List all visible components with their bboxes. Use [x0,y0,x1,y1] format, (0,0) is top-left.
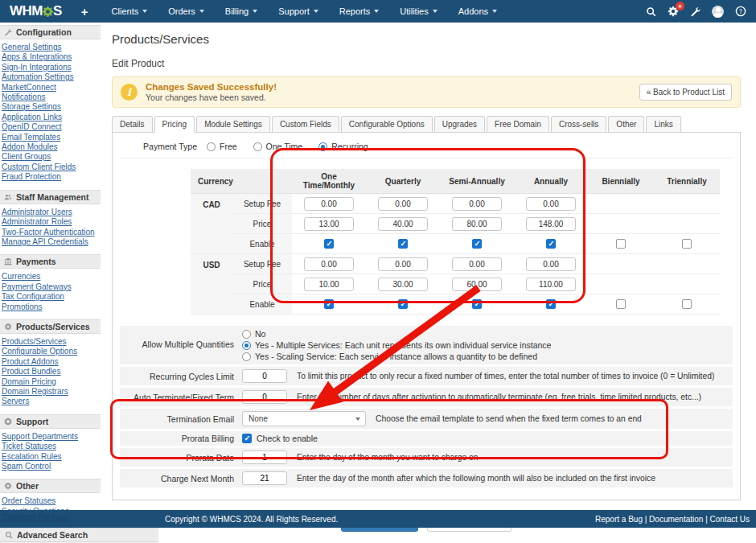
enable-checkbox[interactable] [682,239,692,249]
radio-icon[interactable] [242,330,251,339]
sidebar-link[interactable]: Email Templates [2,133,101,142]
tab[interactable]: Pricing [154,116,195,133]
sidebar-link[interactable]: General Settings [2,43,101,52]
sidebar-link[interactable]: Product Bundles [2,367,101,376]
navbar-menu-item[interactable]: Reports [329,6,390,16]
sidebar-link[interactable]: Product Addons [2,357,101,367]
sidebar-link[interactable]: Products/Services [2,337,101,347]
footer-link[interactable]: Contact Us [710,515,750,524]
sidebar-section-configuration[interactable]: Configuration [0,25,101,39]
price-input[interactable] [378,278,428,291]
sidebar-link[interactable]: Custom Client Fields [2,162,101,172]
sidebar-link[interactable]: Payment Gateways [2,282,101,292]
sidebar-link-database-backups[interactable]: Database Backups [2,512,69,521]
navbar-menu-item[interactable]: Clients [101,6,158,16]
charge-next-month-input[interactable] [242,471,287,485]
quick-add-button[interactable]: + [81,5,88,19]
prorata-billing-toggle[interactable]: Check to enable [242,434,318,443]
footer-link[interactable]: Report a Bug [595,515,649,524]
tab[interactable]: Cross-sells [551,116,606,132]
tab[interactable]: Links [646,116,680,132]
sidebar-link[interactable]: Addon Modules [2,142,101,152]
sidebar-section-payments[interactable]: Payments [0,254,101,269]
sidebar-link[interactable]: Administrator Users [2,208,101,217]
tab[interactable]: Custom Fields [272,116,339,132]
price-input[interactable] [452,217,502,231]
notifications-gear-icon[interactable]: ✕ [668,6,679,17]
enable-checkbox[interactable] [682,299,692,309]
enable-checkbox[interactable] [472,239,482,249]
sidebar-link[interactable]: Tax Configuration [2,292,101,302]
sidebar-link[interactable]: Automation Settings [2,72,101,82]
enable-checkbox[interactable] [616,299,626,309]
sidebar-link[interactable]: Two-Factor Authentication [2,228,101,237]
sidebar-link[interactable]: Support Departments [2,432,101,442]
sidebar-section-staff-management[interactable]: Staff Management [0,190,101,204]
search-icon[interactable] [646,6,656,17]
setup-fee-input[interactable] [378,197,428,211]
amq-option-no[interactable]: No [242,329,551,339]
payment-type-option-free[interactable]: Free [207,142,237,151]
sidebar-link[interactable]: Sign-In Integrations [2,63,101,72]
enable-checkbox[interactable] [616,239,626,249]
sidebar-link[interactable]: Client Groups [2,152,101,162]
enable-checkbox[interactable] [546,299,556,309]
enable-checkbox[interactable] [398,299,408,309]
sidebar-link[interactable]: Manage API Credentials [2,237,101,247]
radio-icon[interactable] [207,142,216,151]
user-avatar-icon[interactable] [712,6,724,18]
price-input[interactable] [304,217,354,231]
whmcs-logo[interactable]: WHM S [10,3,62,19]
navbar-menu-item[interactable]: Addons [448,6,507,16]
navbar-menu-item[interactable]: Orders [158,6,215,16]
enable-checkbox[interactable] [398,239,408,249]
sidebar-link[interactable]: Domain Registrars [2,387,101,397]
recurring-cycles-limit-input[interactable] [242,369,287,383]
navbar-menu-item[interactable]: Billing [215,6,268,16]
sidebar-link[interactable]: Administrator Roles [2,217,101,227]
sidebar-link[interactable]: Ticket Statuses [2,442,101,451]
price-input[interactable] [378,217,428,231]
navbar-menu-item[interactable]: Support [268,6,329,16]
amq-option-scaling-service[interactable]: Yes - Scaling Service: Each service inst… [242,352,551,361]
sidebar-link[interactable]: Notifications [2,93,101,102]
setup-fee-input[interactable] [526,257,576,271]
setup-fee-input[interactable] [378,257,428,271]
enable-checkbox[interactable] [472,299,482,309]
sidebar-link[interactable]: Storage Settings [2,102,101,112]
sidebar-link[interactable]: Servers [2,397,101,406]
tab[interactable]: Upgrades [434,116,485,132]
setup-fee-input[interactable] [526,197,576,211]
help-icon[interactable]: ? [735,6,746,17]
sidebar-section-other[interactable]: Other [0,479,101,493]
tab[interactable]: Free Domain [487,116,549,132]
sidebar-link[interactable]: OpenID Connect [2,122,101,132]
enable-checkbox[interactable] [324,299,334,309]
auto-terminate-input[interactable] [242,390,287,404]
radio-icon[interactable] [242,341,251,350]
prorata-date-input[interactable] [242,450,287,464]
price-input[interactable] [526,278,576,291]
back-to-product-list-button[interactable]: « Back to Product List [639,84,732,101]
sidebar-link[interactable]: Currencies [2,272,101,282]
prorata-billing-checkbox[interactable] [242,434,252,443]
radio-icon[interactable] [242,352,251,361]
tab[interactable]: Other [608,116,644,132]
sidebar-link[interactable]: Spam Control [2,462,101,471]
sidebar-link[interactable]: Configurable Options [2,347,101,356]
sidebar-link[interactable]: Apps & Integrations [2,52,101,62]
radio-icon[interactable] [318,142,327,151]
wrench-icon[interactable] [690,6,701,17]
navbar-menu-item[interactable]: Utilities [389,6,447,16]
price-input[interactable] [452,278,502,291]
sidebar-link[interactable]: Domain Pricing [2,377,101,387]
radio-icon[interactable] [253,142,262,151]
advanced-search-header[interactable]: Advanced Search [0,528,158,542]
sidebar-section-support[interactable]: Support [0,414,101,429]
enable-checkbox[interactable] [546,239,556,249]
tab[interactable]: Details [112,116,153,132]
payment-type-option-onetime[interactable]: One Time [253,142,303,151]
sidebar-link[interactable]: Fraud Protection [2,172,101,182]
price-input[interactable] [526,217,576,231]
sidebar-link[interactable]: MarketConnect [2,83,101,93]
